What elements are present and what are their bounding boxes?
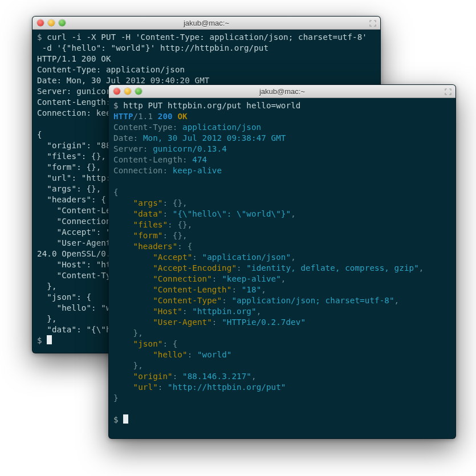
header-key: Content-Type: (113, 123, 177, 132)
maximize-icon[interactable] (369, 19, 376, 26)
json-val: {} (173, 231, 182, 240)
json-line: "args": {}, (47, 184, 101, 193)
header-val: keep-alive (173, 166, 222, 175)
titlebar[interactable]: jakub@mac:~ (109, 85, 455, 98)
status-msg: OK (177, 112, 187, 121)
header-val: 474 (192, 155, 207, 164)
json-key: "Connection" (153, 274, 212, 283)
json-line: }, (47, 314, 56, 323)
header-key: Server: (113, 144, 148, 153)
json-key: "Host" (153, 307, 182, 316)
json-val: "http://httpbin.org/put" (168, 383, 286, 392)
json-line: "url": "http:/ (47, 173, 116, 182)
prompt: $ (113, 101, 119, 110)
header-line: Date: Mon, 30 Jul 2012 09:40:20 GMT (37, 76, 209, 85)
titlebar[interactable]: jakub@mac:~ (32, 17, 380, 30)
json-key: "files" (133, 220, 168, 229)
cmd-line: http PUT httpbin.org/put hello=world (123, 101, 300, 110)
cursor-icon (123, 414, 128, 424)
header-key: Connection: (113, 166, 168, 175)
cmd-line-cont: -d '{"hello": "world"}' http://httpbin.o… (37, 43, 268, 52)
status-line: HTTP/1.1 200 OK (37, 54, 111, 63)
json-val: {} (177, 220, 187, 229)
json-line: "data": "{\"he (47, 325, 116, 334)
json-brace: } (113, 393, 119, 402)
json-val: "HTTPie/0.2.7dev" (222, 318, 306, 327)
json-key: "args" (133, 198, 163, 208)
window-title: jakub@mac:~ (32, 19, 380, 27)
header-val: gunicorn/0.13.4 (153, 144, 227, 153)
json-key: "form" (133, 231, 163, 240)
terminal-body[interactable]: $ http PUT httpbin.org/put hello=world H… (109, 98, 455, 430)
json-line: }, (47, 282, 56, 291)
status-proto: HTTP (113, 112, 133, 121)
json-line: "Host": "htt (57, 260, 116, 269)
header-line: Content-Type: application/json (37, 65, 185, 74)
prompt: $ (37, 336, 42, 345)
json-brace: { (173, 339, 178, 348)
json-brace: { (188, 242, 193, 251)
json-key: "Accept-Encoding" (153, 263, 237, 272)
json-brace: } (133, 361, 139, 370)
json-val: "httpbin.org" (192, 307, 256, 316)
json-val: "{\"hello\": \"world\"}" (173, 209, 291, 218)
status-ver: /1.1 (133, 112, 153, 121)
json-brace: } (133, 328, 139, 337)
json-val: "application/json; charset=utf-8" (231, 296, 394, 305)
json-key: "Content-Type" (153, 296, 222, 305)
status-code: 200 (158, 112, 173, 121)
json-line: 24.0 OpenSSL/0.9 (37, 249, 116, 258)
json-val: "18" (242, 285, 262, 294)
json-line: "Connection" (57, 217, 116, 226)
json-line: "origin": "88. (47, 141, 116, 150)
json-key: "headers" (133, 242, 178, 251)
prompt: $ (37, 32, 42, 42)
json-brace: { (37, 130, 42, 139)
terminal-window-httpie: jakub@mac:~ $ http PUT httpbin.org/put h… (108, 84, 456, 439)
json-line: "headers": { (47, 195, 106, 204)
cmd-line: curl -i -X PUT -H 'Content-Type: applica… (47, 32, 367, 42)
json-key: "hello" (153, 350, 188, 359)
json-line: "json": { (47, 292, 91, 302)
json-key: "Accept" (153, 253, 192, 262)
json-line: "User-Agent" (57, 238, 116, 247)
prompt: $ (113, 415, 119, 424)
json-line: "form": {}, (47, 162, 101, 172)
json-line: "Content-Typ (57, 271, 116, 280)
header-line: Content-Length: (37, 97, 111, 107)
json-val: "application/json" (202, 253, 291, 262)
json-val: "world" (197, 350, 232, 359)
json-val: "88.146.3.217" (182, 372, 251, 381)
json-brace: { (113, 188, 119, 197)
window-title: jakub@mac:~ (109, 87, 455, 96)
json-key: "data" (133, 209, 163, 218)
json-val: "identity, deflate, compress, gzip" (246, 263, 418, 272)
json-line: "hello": "wo (57, 303, 116, 312)
json-line: "Accept": "* (57, 227, 116, 237)
header-key: Content-Length: (113, 155, 188, 164)
header-val: application/json (182, 123, 261, 132)
json-val: "keep-alive" (222, 274, 281, 283)
maximize-icon[interactable] (445, 87, 451, 94)
json-val: {} (173, 198, 182, 208)
json-key: "json" (133, 339, 163, 348)
json-line: "files": {}, (47, 152, 106, 161)
header-val: Mon, 30 Jul 2012 09:38:47 GMT (143, 133, 286, 143)
header-key: Date: (113, 133, 138, 143)
cursor-icon (47, 335, 52, 344)
json-key: "Content-Length" (153, 285, 231, 294)
json-line: "Content-Len (57, 206, 116, 215)
json-key: "url" (133, 383, 158, 392)
json-key: "User-Agent" (153, 318, 212, 327)
json-key: "origin" (133, 372, 173, 381)
